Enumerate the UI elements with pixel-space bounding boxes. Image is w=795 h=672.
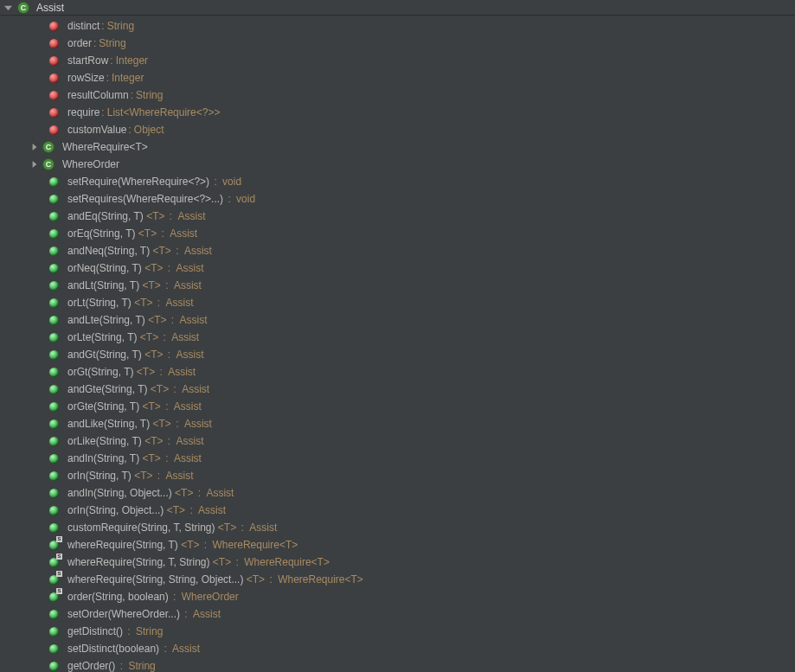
tree-row-method[interactable]: orIn(String, Object...) <T> : Assist xyxy=(0,502,795,519)
method-return: Assist xyxy=(174,452,202,464)
tree-row-field[interactable]: startRow:Integer xyxy=(0,52,795,69)
tree-row-method[interactable]: SwhereRequire(String, String, Object...)… xyxy=(0,571,795,588)
method-name: customRequire(String, T, String) xyxy=(67,522,215,534)
tree-row-field[interactable]: distinct:String xyxy=(0,17,795,35)
field-type: Object xyxy=(134,124,164,136)
static-badge: S xyxy=(56,588,62,594)
method-name: orNeq(String, T) xyxy=(67,262,142,274)
field-name: startRow xyxy=(67,54,108,67)
method-icon xyxy=(47,175,61,189)
method-icon xyxy=(47,227,61,240)
method-return: Assist xyxy=(168,366,196,378)
method-name: getOrder() xyxy=(67,660,115,672)
method-name: andLte(String, T) xyxy=(67,314,145,326)
tree-row-method[interactable]: orLike(String, T) <T> : Assist xyxy=(0,432,795,450)
tree-row-method[interactable]: andGt(String, T) <T> : Assist xyxy=(0,346,795,363)
field-type: String xyxy=(99,37,125,49)
inner-class-name: WhereRequire<T> xyxy=(62,141,148,153)
method-return: Assist xyxy=(182,383,209,395)
tree-row-field[interactable]: require:List<WhereRequire<?>> xyxy=(0,104,795,121)
tree-row-method[interactable]: andIn(String, Object...) <T> : Assist xyxy=(0,484,795,502)
method-return: Assist xyxy=(170,227,197,240)
method-generic: <T> xyxy=(137,366,155,378)
method-name: andGte(String, T) xyxy=(67,383,147,395)
method-name: andLike(String, T) xyxy=(67,418,150,430)
tree-row-method[interactable]: customRequire(String, T, String) <T> : A… xyxy=(0,519,795,536)
tree-row-field[interactable]: rowSize:Integer xyxy=(0,69,795,86)
method-return: Assist xyxy=(176,349,204,361)
tree-row-method[interactable]: andGte(String, T) <T> : Assist xyxy=(0,381,795,398)
static-badge: S xyxy=(56,571,62,577)
tree-row-method[interactable]: orLte(String, T) <T> : Assist xyxy=(0,329,795,346)
tree-row-class[interactable]: CWhereRequire<T> xyxy=(0,138,795,156)
tree-row-field[interactable]: customValue:Object xyxy=(0,121,795,138)
tree-row-method[interactable]: SwhereRequire(String, T, String) <T> : W… xyxy=(0,554,795,571)
method-generic: <T> xyxy=(134,470,152,482)
method-generic: <T> xyxy=(153,245,171,257)
method-return: Assist xyxy=(198,504,226,516)
field-icon xyxy=(47,54,61,67)
method-return: Assist xyxy=(166,470,194,482)
method-return: WhereRequire<T> xyxy=(278,573,363,586)
method-return: Assist xyxy=(249,522,277,534)
tree-row-method[interactable]: SwhereRequire(String, T) <T> : WhereRequ… xyxy=(0,536,795,554)
tree-row-method[interactable]: andLike(String, T) <T> : Assist xyxy=(0,415,795,432)
tree-row-method[interactable]: setRequires(WhereRequire<?>...) : void xyxy=(0,190,795,208)
field-type: Integer xyxy=(112,72,144,84)
method-icon: S xyxy=(47,538,61,552)
tree-row-method[interactable]: setDistinct(boolean) : Assist xyxy=(0,640,795,657)
method-generic: <T> xyxy=(134,297,152,309)
method-name: orLt(String, T) xyxy=(67,297,131,309)
method-name: whereRequire(String, T, String) xyxy=(67,556,210,568)
method-name: orLte(String, T) xyxy=(67,331,137,343)
method-return: Assist xyxy=(172,643,200,655)
expand-icon[interactable] xyxy=(28,144,42,150)
method-return: Assist xyxy=(176,262,204,274)
method-icon xyxy=(47,469,61,483)
method-icon xyxy=(47,278,61,292)
method-return: String xyxy=(128,660,155,672)
method-return: Assist xyxy=(184,245,212,257)
tree-row-field[interactable]: resultColumn:String xyxy=(0,86,795,104)
method-return: Assist xyxy=(166,297,194,309)
method-name: orIn(String, Object...) xyxy=(67,504,163,516)
tree-row-method[interactable]: andLte(String, T) <T> : Assist xyxy=(0,311,795,329)
field-icon xyxy=(47,123,61,137)
method-generic: <T> xyxy=(144,262,163,274)
method-icon xyxy=(47,382,61,396)
tree-row-method[interactable]: orEq(String, T) <T> : Assist xyxy=(0,225,795,242)
tree-row-method[interactable]: getOrder() : String xyxy=(0,657,795,672)
method-name: setRequires(WhereRequire<?>...) xyxy=(67,193,223,205)
method-name: andLt(String, T) xyxy=(67,279,139,291)
tree-row-method[interactable]: andIn(String, T) <T> : Assist xyxy=(0,450,795,467)
tree-row-field[interactable]: order:String xyxy=(0,35,795,52)
tree-row-method[interactable]: setRequire(WhereRequire<?>) : void xyxy=(0,173,795,190)
method-icon xyxy=(47,209,61,223)
method-icon xyxy=(47,417,61,431)
method-return: String xyxy=(136,625,163,637)
method-icon: S xyxy=(47,555,61,569)
field-icon xyxy=(47,36,61,50)
tree-row-method[interactable]: orLt(String, T) <T> : Assist xyxy=(0,294,795,311)
method-generic: <T> xyxy=(181,539,199,551)
tree-row-method[interactable]: orNeq(String, T) <T> : Assist xyxy=(0,259,795,277)
tree-row-method[interactable]: Sorder(String, boolean) : WhereOrder xyxy=(0,588,795,605)
method-generic: <T> xyxy=(175,487,193,499)
tree-row-method[interactable]: orGt(String, T) <T> : Assist xyxy=(0,363,795,381)
method-return: Assist xyxy=(180,314,208,326)
method-generic: <T> xyxy=(146,210,164,222)
tree-row-class[interactable]: CWhereOrder xyxy=(0,156,795,173)
tree-row-method[interactable]: setOrder(WhereOrder...) : Assist xyxy=(0,605,795,623)
method-name: andGt(String, T) xyxy=(67,349,142,361)
expand-icon[interactable] xyxy=(28,161,42,168)
tree-row-method[interactable]: andNeq(String, T) <T> : Assist xyxy=(0,242,795,259)
method-return: Assist xyxy=(178,210,206,222)
tree-row-method[interactable]: getDistinct() : String xyxy=(0,623,795,640)
tree-row-method[interactable]: orGte(String, T) <T> : Assist xyxy=(0,398,795,415)
collapse-icon[interactable] xyxy=(3,3,12,12)
tree-row-method[interactable]: andLt(String, T) <T> : Assist xyxy=(0,277,795,294)
tree-row-method[interactable]: orIn(String, T) <T> : Assist xyxy=(0,467,795,484)
field-icon xyxy=(47,106,61,119)
outline-header[interactable]: C Assist xyxy=(0,0,795,16)
tree-row-method[interactable]: andEq(String, T) <T> : Assist xyxy=(0,208,795,225)
